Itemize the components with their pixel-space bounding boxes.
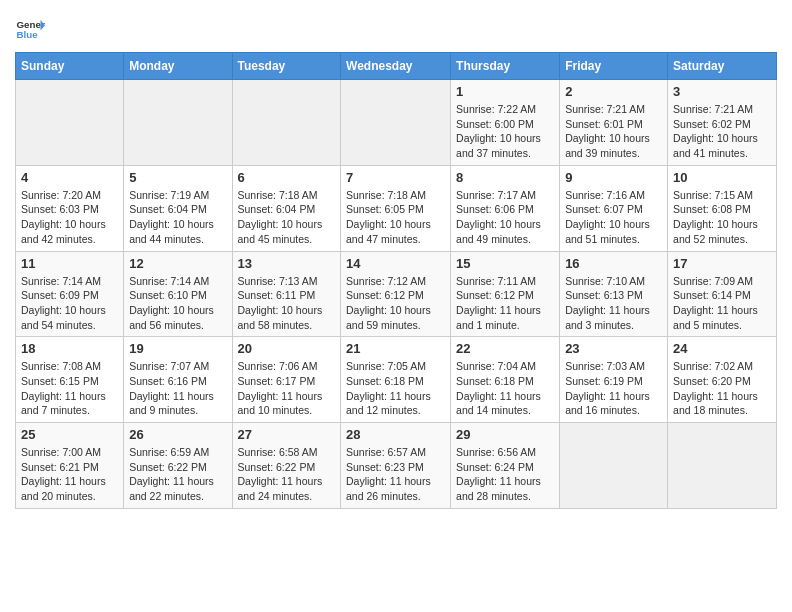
day-cell: 6Sunrise: 7:18 AMSunset: 6:04 PMDaylight… (232, 165, 341, 251)
day-info: Sunrise: 7:07 AMSunset: 6:16 PMDaylight:… (129, 359, 226, 418)
day-number: 21 (346, 341, 445, 356)
day-info: Sunrise: 6:59 AMSunset: 6:22 PMDaylight:… (129, 445, 226, 504)
header-cell-tuesday: Tuesday (232, 53, 341, 80)
day-cell: 26Sunrise: 6:59 AMSunset: 6:22 PMDayligh… (124, 423, 232, 509)
day-info: Sunrise: 7:04 AMSunset: 6:18 PMDaylight:… (456, 359, 554, 418)
day-cell (232, 80, 341, 166)
day-number: 16 (565, 256, 662, 271)
page-header: General Blue (15, 10, 777, 44)
day-number: 22 (456, 341, 554, 356)
day-number: 6 (238, 170, 336, 185)
day-cell: 11Sunrise: 7:14 AMSunset: 6:09 PMDayligh… (16, 251, 124, 337)
day-number: 17 (673, 256, 771, 271)
header-cell-monday: Monday (124, 53, 232, 80)
day-cell: 1Sunrise: 7:22 AMSunset: 6:00 PMDaylight… (451, 80, 560, 166)
day-number: 1 (456, 84, 554, 99)
day-cell: 18Sunrise: 7:08 AMSunset: 6:15 PMDayligh… (16, 337, 124, 423)
day-info: Sunrise: 7:21 AMSunset: 6:01 PMDaylight:… (565, 102, 662, 161)
day-cell: 29Sunrise: 6:56 AMSunset: 6:24 PMDayligh… (451, 423, 560, 509)
week-row-5: 25Sunrise: 7:00 AMSunset: 6:21 PMDayligh… (16, 423, 777, 509)
day-cell: 3Sunrise: 7:21 AMSunset: 6:02 PMDaylight… (668, 80, 777, 166)
day-cell (124, 80, 232, 166)
day-info: Sunrise: 7:14 AMSunset: 6:09 PMDaylight:… (21, 274, 118, 333)
day-info: Sunrise: 7:05 AMSunset: 6:18 PMDaylight:… (346, 359, 445, 418)
day-cell (560, 423, 668, 509)
day-cell: 22Sunrise: 7:04 AMSunset: 6:18 PMDayligh… (451, 337, 560, 423)
header-cell-friday: Friday (560, 53, 668, 80)
day-info: Sunrise: 7:22 AMSunset: 6:00 PMDaylight:… (456, 102, 554, 161)
day-info: Sunrise: 6:56 AMSunset: 6:24 PMDaylight:… (456, 445, 554, 504)
day-cell: 25Sunrise: 7:00 AMSunset: 6:21 PMDayligh… (16, 423, 124, 509)
week-row-3: 11Sunrise: 7:14 AMSunset: 6:09 PMDayligh… (16, 251, 777, 337)
day-number: 3 (673, 84, 771, 99)
day-cell: 13Sunrise: 7:13 AMSunset: 6:11 PMDayligh… (232, 251, 341, 337)
day-info: Sunrise: 7:09 AMSunset: 6:14 PMDaylight:… (673, 274, 771, 333)
day-info: Sunrise: 7:08 AMSunset: 6:15 PMDaylight:… (21, 359, 118, 418)
day-info: Sunrise: 7:12 AMSunset: 6:12 PMDaylight:… (346, 274, 445, 333)
day-number: 23 (565, 341, 662, 356)
day-info: Sunrise: 7:02 AMSunset: 6:20 PMDaylight:… (673, 359, 771, 418)
logo: General Blue (15, 10, 45, 44)
day-number: 15 (456, 256, 554, 271)
day-number: 29 (456, 427, 554, 442)
day-info: Sunrise: 7:14 AMSunset: 6:10 PMDaylight:… (129, 274, 226, 333)
day-cell: 14Sunrise: 7:12 AMSunset: 6:12 PMDayligh… (341, 251, 451, 337)
day-cell: 8Sunrise: 7:17 AMSunset: 6:06 PMDaylight… (451, 165, 560, 251)
header-cell-thursday: Thursday (451, 53, 560, 80)
day-number: 2 (565, 84, 662, 99)
day-number: 28 (346, 427, 445, 442)
day-cell: 9Sunrise: 7:16 AMSunset: 6:07 PMDaylight… (560, 165, 668, 251)
day-cell (341, 80, 451, 166)
calendar-body: 1Sunrise: 7:22 AMSunset: 6:00 PMDaylight… (16, 80, 777, 509)
day-cell (16, 80, 124, 166)
header-row: SundayMondayTuesdayWednesdayThursdayFrid… (16, 53, 777, 80)
day-info: Sunrise: 7:16 AMSunset: 6:07 PMDaylight:… (565, 188, 662, 247)
day-number: 9 (565, 170, 662, 185)
day-number: 7 (346, 170, 445, 185)
day-info: Sunrise: 7:21 AMSunset: 6:02 PMDaylight:… (673, 102, 771, 161)
day-number: 27 (238, 427, 336, 442)
day-info: Sunrise: 7:03 AMSunset: 6:19 PMDaylight:… (565, 359, 662, 418)
day-cell: 23Sunrise: 7:03 AMSunset: 6:19 PMDayligh… (560, 337, 668, 423)
header-cell-saturday: Saturday (668, 53, 777, 80)
day-cell: 20Sunrise: 7:06 AMSunset: 6:17 PMDayligh… (232, 337, 341, 423)
day-number: 11 (21, 256, 118, 271)
day-number: 24 (673, 341, 771, 356)
day-number: 12 (129, 256, 226, 271)
day-cell: 2Sunrise: 7:21 AMSunset: 6:01 PMDaylight… (560, 80, 668, 166)
day-info: Sunrise: 7:18 AMSunset: 6:05 PMDaylight:… (346, 188, 445, 247)
day-number: 20 (238, 341, 336, 356)
week-row-2: 4Sunrise: 7:20 AMSunset: 6:03 PMDaylight… (16, 165, 777, 251)
day-number: 8 (456, 170, 554, 185)
logo-icon: General Blue (15, 14, 45, 44)
day-cell: 28Sunrise: 6:57 AMSunset: 6:23 PMDayligh… (341, 423, 451, 509)
day-cell: 16Sunrise: 7:10 AMSunset: 6:13 PMDayligh… (560, 251, 668, 337)
day-number: 13 (238, 256, 336, 271)
day-info: Sunrise: 7:18 AMSunset: 6:04 PMDaylight:… (238, 188, 336, 247)
day-info: Sunrise: 7:15 AMSunset: 6:08 PMDaylight:… (673, 188, 771, 247)
day-info: Sunrise: 7:00 AMSunset: 6:21 PMDaylight:… (21, 445, 118, 504)
day-cell: 5Sunrise: 7:19 AMSunset: 6:04 PMDaylight… (124, 165, 232, 251)
day-number: 25 (21, 427, 118, 442)
calendar-table: SundayMondayTuesdayWednesdayThursdayFrid… (15, 52, 777, 509)
day-info: Sunrise: 7:06 AMSunset: 6:17 PMDaylight:… (238, 359, 336, 418)
day-info: Sunrise: 7:13 AMSunset: 6:11 PMDaylight:… (238, 274, 336, 333)
day-cell: 21Sunrise: 7:05 AMSunset: 6:18 PMDayligh… (341, 337, 451, 423)
day-cell: 19Sunrise: 7:07 AMSunset: 6:16 PMDayligh… (124, 337, 232, 423)
day-info: Sunrise: 7:17 AMSunset: 6:06 PMDaylight:… (456, 188, 554, 247)
day-cell: 4Sunrise: 7:20 AMSunset: 6:03 PMDaylight… (16, 165, 124, 251)
day-cell: 27Sunrise: 6:58 AMSunset: 6:22 PMDayligh… (232, 423, 341, 509)
day-number: 19 (129, 341, 226, 356)
day-info: Sunrise: 6:57 AMSunset: 6:23 PMDaylight:… (346, 445, 445, 504)
day-cell: 7Sunrise: 7:18 AMSunset: 6:05 PMDaylight… (341, 165, 451, 251)
day-cell: 12Sunrise: 7:14 AMSunset: 6:10 PMDayligh… (124, 251, 232, 337)
day-cell: 17Sunrise: 7:09 AMSunset: 6:14 PMDayligh… (668, 251, 777, 337)
day-number: 26 (129, 427, 226, 442)
day-number: 5 (129, 170, 226, 185)
day-info: Sunrise: 7:10 AMSunset: 6:13 PMDaylight:… (565, 274, 662, 333)
day-info: Sunrise: 7:11 AMSunset: 6:12 PMDaylight:… (456, 274, 554, 333)
day-cell (668, 423, 777, 509)
week-row-1: 1Sunrise: 7:22 AMSunset: 6:00 PMDaylight… (16, 80, 777, 166)
week-row-4: 18Sunrise: 7:08 AMSunset: 6:15 PMDayligh… (16, 337, 777, 423)
svg-text:Blue: Blue (17, 29, 39, 40)
